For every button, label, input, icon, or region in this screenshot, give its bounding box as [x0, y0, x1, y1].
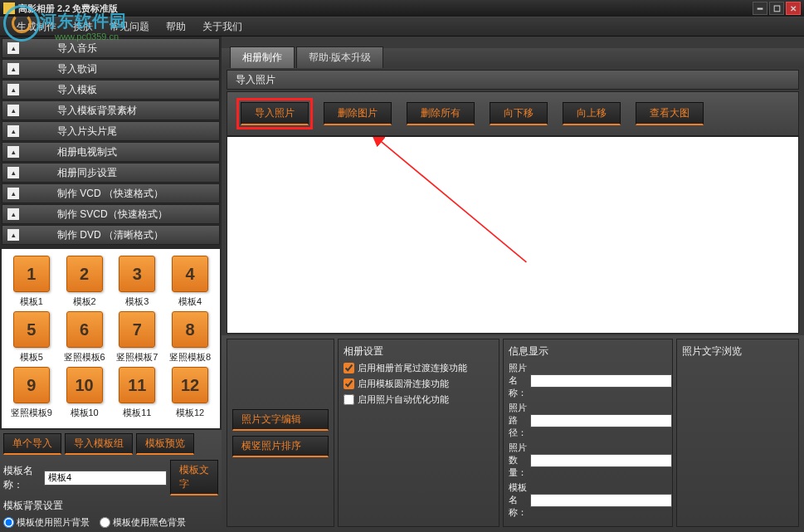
template-item[interactable]: 8竖照模板8	[166, 311, 214, 364]
sidebar-item[interactable]: ▴导入模板	[2, 80, 220, 100]
bg-radio-black[interactable]: 模板使用黑色背景	[100, 516, 186, 529]
photo-text-edit-button[interactable]: 照片文字编辑	[232, 409, 329, 431]
sidebar-item[interactable]: ▴导入音乐	[2, 38, 220, 58]
template-item[interactable]: 4模板4	[166, 256, 214, 308]
sidebar-item[interactable]: ▴制作 DVD （清晰格式）	[2, 225, 220, 245]
group-import-button[interactable]: 导入模板组	[65, 433, 133, 455]
info-label: 照片路径：	[509, 402, 527, 439]
sidebar-item[interactable]: ▴制作 VCD （快速格式）	[2, 183, 220, 203]
info-label: 模板名称：	[509, 481, 527, 519]
panel-album-settings: 相册设置 启用相册首尾过渡连接功能 启用模板圆滑连接功能 启用照片自动优化功能	[338, 339, 499, 527]
photo-sort-button[interactable]: 横竖照片排序	[232, 436, 329, 457]
panel-text-preview: 照片文字浏览	[676, 339, 799, 527]
maximize-button[interactable]: ☐	[769, 2, 784, 15]
sidebar-item[interactable]: ▴导入歌词	[2, 59, 220, 79]
svg-line-0	[379, 140, 526, 262]
left-column: ▴导入音乐 ▴导入歌词 ▴导入模板 ▴导入模板背景素材 ▴导入片头片尾 ▴相册电…	[0, 37, 222, 532]
collapse-icon: ▴	[7, 208, 19, 220]
left-bottom-panel: 单个导入 导入模板组 模板预览 模板名称： 模板文字 模板背景设置 模板使用照片…	[0, 430, 222, 532]
template-item[interactable]: 7竖照模板7	[113, 311, 161, 364]
template-item[interactable]: 5模板5	[7, 311, 56, 364]
sub-header: 导入照片	[227, 70, 799, 90]
titlebar: 高影相册 2.2 免费标准版 ━ ☐ ✕	[0, 0, 804, 17]
collapse-icon: ▴	[7, 84, 19, 95]
info-label: 照片名称：	[509, 362, 527, 399]
tab-album[interactable]: 相册制作	[230, 46, 295, 68]
annotation-arrow-icon	[227, 137, 798, 333]
template-grid: 1模板1 2模板2 3模板3 4模板4 5模板5 6竖照模板6 7竖照模板7 8…	[2, 249, 220, 428]
minimize-button[interactable]: ━	[753, 2, 767, 15]
template-item[interactable]: 6竖照模板6	[61, 311, 109, 364]
menu-help[interactable]: 帮助	[158, 20, 194, 34]
template-item[interactable]: 11模板11	[113, 367, 161, 419]
menubar: 生成制作 换肤 常见问题 帮助 关于我们	[0, 17, 804, 37]
collapse-icon: ▴	[7, 63, 19, 75]
collapse-icon: ▴	[7, 188, 19, 199]
app-icon	[3, 2, 15, 14]
tpl-text-button[interactable]: 模板文字	[170, 460, 218, 495]
collapse-icon: ▴	[7, 105, 19, 116]
sidebar-item[interactable]: ▴制作 SVCD（快速格式）	[2, 204, 220, 224]
photo-path-field[interactable]	[530, 414, 672, 427]
move-up-button[interactable]: 向上移	[563, 102, 621, 125]
right-column: 相册制作 帮助·版本升级 导入照片 导入照片 删除图片 删除所有 向下移 向上移…	[222, 37, 804, 532]
menu-generate[interactable]: 生成制作	[8, 20, 65, 34]
collapse-icon: ▴	[7, 229, 19, 241]
photo-name-field[interactable]	[530, 374, 672, 388]
view-large-button[interactable]: 查看大图	[636, 102, 704, 125]
photo-toolbar: 导入照片 删除图片 删除所有 向下移 向上移 查看大图	[227, 91, 799, 136]
delete-photo-button[interactable]: 删除图片	[324, 102, 392, 125]
info-label: 照片数量：	[509, 442, 527, 479]
sidebar-item[interactable]: ▴导入片头片尾	[2, 121, 220, 141]
template-item[interactable]: 3模板3	[113, 256, 161, 308]
app-title: 高影相册 2.2 免费标准版	[18, 2, 118, 15]
panel-title: 照片文字浏览	[682, 344, 793, 359]
template-item[interactable]: 2模板2	[61, 256, 109, 308]
collapse-icon: ▴	[7, 146, 19, 158]
bottom-panel: 照片文字编辑 横竖照片排序 相册设置 启用相册首尾过渡连接功能 启用模板圆滑连接…	[222, 335, 804, 532]
preview-button[interactable]: 模板预览	[136, 433, 194, 455]
panel-info: 信息显示 照片名称： 照片路径： 照片数量： 模板名称：	[503, 339, 673, 527]
template-item[interactable]: 12模板12	[166, 367, 214, 419]
template-item[interactable]: 1模板1	[7, 256, 56, 308]
bg-title: 模板背景设置	[3, 499, 218, 513]
tpl-name-label: 模板名称：	[3, 464, 41, 492]
collapse-icon: ▴	[7, 125, 19, 137]
tab-help[interactable]: 帮助·版本升级	[296, 46, 383, 68]
collapse-icon: ▴	[7, 42, 19, 54]
sidebar-item[interactable]: ▴相册同步设置	[2, 163, 220, 183]
panel-title: 相册设置	[344, 344, 494, 359]
photo-canvas[interactable]	[227, 136, 799, 334]
sidebar-item[interactable]: ▴相册电视制式	[2, 142, 220, 162]
delete-all-button[interactable]: 删除所有	[407, 102, 475, 125]
tabbar: 相册制作 帮助·版本升级	[222, 48, 804, 68]
tpl-name-input[interactable]	[44, 471, 167, 486]
menu-about[interactable]: 关于我们	[194, 20, 251, 34]
tpl-name-field[interactable]	[530, 494, 672, 507]
panel-title: 信息显示	[509, 344, 667, 359]
single-import-button[interactable]: 单个导入	[3, 433, 61, 455]
menu-skin[interactable]: 换肤	[65, 20, 101, 34]
move-down-button[interactable]: 向下移	[490, 102, 548, 125]
chk-transition[interactable]: 启用相册首尾过渡连接功能	[344, 362, 494, 374]
close-button[interactable]: ✕	[786, 2, 801, 15]
sidebar-item[interactable]: ▴导入模板背景素材	[2, 100, 220, 120]
sidebar-list: ▴导入音乐 ▴导入歌词 ▴导入模板 ▴导入模板背景素材 ▴导入片头片尾 ▴相册电…	[0, 37, 222, 247]
panel-edit: 照片文字编辑 横竖照片排序	[227, 339, 334, 527]
bg-radio-photo[interactable]: 模板使用照片背景	[3, 516, 90, 529]
template-item[interactable]: 9竖照模板9	[7, 367, 56, 419]
photo-count-field[interactable]	[530, 454, 672, 467]
import-photo-button[interactable]: 导入照片	[241, 102, 309, 125]
chk-smooth[interactable]: 启用模板圆滑连接功能	[344, 378, 494, 390]
collapse-icon: ▴	[7, 167, 19, 178]
template-item[interactable]: 10模板10	[61, 367, 109, 419]
menu-faq[interactable]: 常见问题	[101, 20, 158, 34]
chk-optimize[interactable]: 启用照片自动优化功能	[344, 393, 494, 406]
